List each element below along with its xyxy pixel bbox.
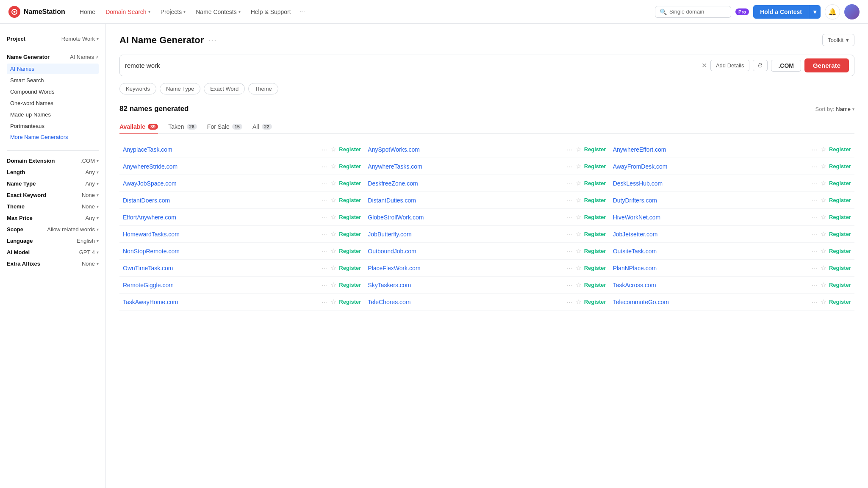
name-dots-icon[interactable]: ··· <box>322 299 328 305</box>
name-favorite-icon[interactable]: ☆ <box>330 145 336 153</box>
name-link[interactable]: OutboundJob.com <box>368 248 563 255</box>
name-link[interactable]: RemoteGiggle.com <box>123 282 319 288</box>
name-dots-icon[interactable]: ··· <box>567 248 573 255</box>
name-dots-icon[interactable]: ··· <box>567 265 573 272</box>
register-button[interactable]: Register <box>339 265 361 271</box>
history-button[interactable]: ⏱ <box>753 60 768 71</box>
name-dots-icon[interactable]: ··· <box>812 180 818 187</box>
name-dots-icon[interactable]: ··· <box>322 180 328 187</box>
name-dots-icon[interactable]: ··· <box>322 163 328 170</box>
add-details-button[interactable]: Add Details <box>710 60 749 71</box>
name-favorite-icon[interactable]: ☆ <box>576 162 582 170</box>
filter-value[interactable]: Allow related words ▾ <box>47 226 99 233</box>
name-favorite-icon[interactable]: ☆ <box>821 179 826 187</box>
name-dots-icon[interactable]: ··· <box>322 214 328 221</box>
name-dots-icon[interactable]: ··· <box>322 265 328 272</box>
name-favorite-icon[interactable]: ☆ <box>576 196 582 204</box>
notifications-button[interactable]: 🔔 <box>825 4 840 19</box>
nav-home[interactable]: Home <box>75 6 100 18</box>
name-favorite-icon[interactable]: ☆ <box>821 247 826 255</box>
name-dots-icon[interactable]: ··· <box>567 197 573 204</box>
name-link[interactable]: NonStopRemote.com <box>123 248 319 255</box>
name-dots-icon[interactable]: ··· <box>812 197 818 204</box>
clear-search-icon[interactable]: ✕ <box>702 61 707 69</box>
name-dots-icon[interactable]: ··· <box>812 248 818 255</box>
nav-more-icon[interactable]: ··· <box>297 6 308 18</box>
name-link[interactable]: AnywhereStride.com <box>123 163 319 170</box>
name-favorite-icon[interactable]: ☆ <box>330 247 336 255</box>
filter-tag-exact-word[interactable]: Exact Word <box>204 83 245 94</box>
register-button[interactable]: Register <box>829 180 851 186</box>
name-favorite-icon[interactable]: ☆ <box>576 281 582 289</box>
filter-tag-keywords[interactable]: Keywords <box>119 83 156 94</box>
name-favorite-icon[interactable]: ☆ <box>576 264 582 272</box>
name-favorite-icon[interactable]: ☆ <box>330 264 336 272</box>
register-button[interactable]: Register <box>829 231 851 237</box>
name-link[interactable]: AnywhereEffort.com <box>613 146 809 153</box>
register-button[interactable]: Register <box>584 146 606 152</box>
name-link[interactable]: AnySpotWorks.com <box>368 146 563 153</box>
register-button[interactable]: Register <box>829 197 851 203</box>
name-search-input[interactable] <box>125 62 698 69</box>
name-favorite-icon[interactable]: ☆ <box>821 298 826 306</box>
name-link[interactable]: AwayJobSpace.com <box>123 180 319 187</box>
name-favorite-icon[interactable]: ☆ <box>330 281 336 289</box>
toolkit-button[interactable]: Toolkit ▾ <box>822 34 854 46</box>
nav-help[interactable]: Help & Support <box>247 6 295 18</box>
name-link[interactable]: SkyTaskers.com <box>368 282 563 288</box>
name-link[interactable]: HomewardTasks.com <box>123 231 319 238</box>
name-link[interactable]: DeskLessHub.com <box>613 180 809 187</box>
filter-tag-name-type[interactable]: Name Type <box>160 83 200 94</box>
name-dots-icon[interactable]: ··· <box>812 282 818 288</box>
name-link[interactable]: AwayFromDesk.com <box>613 163 809 170</box>
name-link[interactable]: PlanNPlace.com <box>613 265 809 272</box>
name-dots-icon[interactable]: ··· <box>812 265 818 272</box>
name-link[interactable]: TeleChores.com <box>368 299 563 305</box>
name-favorite-icon[interactable]: ☆ <box>821 145 826 153</box>
name-favorite-icon[interactable]: ☆ <box>330 162 336 170</box>
tab-available[interactable]: Available39 <box>119 120 158 134</box>
sidebar-item-one-word-names[interactable]: One-word Names <box>7 98 99 108</box>
register-button[interactable]: Register <box>339 214 361 220</box>
name-link[interactable]: GlobeStrollWork.com <box>368 214 563 221</box>
domain-extension-button[interactable]: .COM <box>771 60 801 72</box>
name-favorite-icon[interactable]: ☆ <box>330 179 336 187</box>
register-button[interactable]: Register <box>339 163 361 169</box>
register-button[interactable]: Register <box>584 214 606 220</box>
register-button[interactable]: Register <box>584 265 606 271</box>
tab-taken[interactable]: Taken26 <box>168 120 197 134</box>
nav-name-contests[interactable]: Name Contests ▾ <box>191 6 244 18</box>
name-link[interactable]: OutsiteTask.com <box>613 248 809 255</box>
register-button[interactable]: Register <box>584 282 606 288</box>
name-link[interactable]: AnywhereTasks.com <box>368 163 563 170</box>
register-button[interactable]: Register <box>829 214 851 220</box>
name-dots-icon[interactable]: ··· <box>567 231 573 238</box>
register-button[interactable]: Register <box>829 299 851 305</box>
sidebar-project-value[interactable]: Remote Work ▾ <box>61 36 99 42</box>
name-dots-icon[interactable]: ··· <box>322 146 328 153</box>
name-dots-icon[interactable]: ··· <box>567 180 573 187</box>
sidebar-item-made-up-names[interactable]: Made-up Names <box>7 109 99 120</box>
name-favorite-icon[interactable]: ☆ <box>330 230 336 238</box>
hold-contest-caret-icon[interactable]: ▾ <box>809 5 821 19</box>
name-link[interactable]: TaskAwayHome.com <box>123 299 319 305</box>
name-dots-icon[interactable]: ··· <box>812 299 818 305</box>
page-more-dots-icon[interactable]: ··· <box>208 36 217 44</box>
register-button[interactable]: Register <box>829 248 851 254</box>
name-dots-icon[interactable]: ··· <box>567 146 573 153</box>
name-link[interactable]: HiveWorkNet.com <box>613 214 809 221</box>
name-favorite-icon[interactable]: ☆ <box>821 230 826 238</box>
name-favorite-icon[interactable]: ☆ <box>821 264 826 272</box>
register-button[interactable]: Register <box>339 146 361 152</box>
name-link[interactable]: DistantDoers.com <box>123 197 319 204</box>
register-button[interactable]: Register <box>339 248 361 254</box>
name-link[interactable]: EffortAnywhere.com <box>123 214 319 221</box>
name-favorite-icon[interactable]: ☆ <box>330 213 336 221</box>
sort-by[interactable]: Sort by: Name ▾ <box>815 106 854 112</box>
name-link[interactable]: TaskAcross.com <box>613 282 809 288</box>
name-link[interactable]: JobButterfly.com <box>368 231 563 238</box>
logo[interactable]: NameStation <box>8 6 65 18</box>
name-link[interactable]: AnyplaceTask.com <box>123 146 319 153</box>
name-link[interactable]: OwnTimeTask.com <box>123 265 319 272</box>
name-dots-icon[interactable]: ··· <box>812 163 818 170</box>
